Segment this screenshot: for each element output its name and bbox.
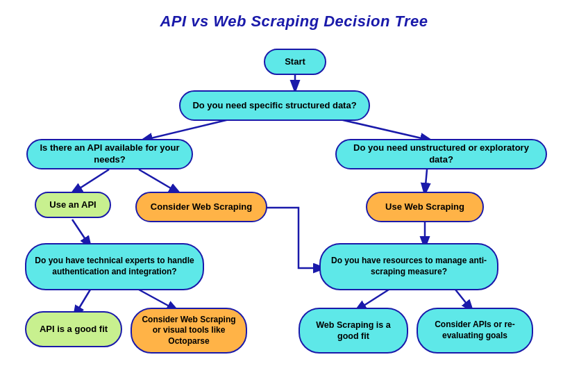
svg-line-4 bbox=[139, 169, 179, 193]
node-consider-tools: Consider Web Scraping or visual tools li… bbox=[131, 308, 247, 354]
node-q1: Do you need specific structured data? bbox=[179, 90, 370, 121]
node-q3: Do you need unstructured or exploratory … bbox=[335, 139, 547, 169]
node-use-api: Use an API bbox=[35, 192, 111, 218]
diagram-container: API vs Web Scraping Decision Tree bbox=[0, 0, 588, 382]
node-api-good: API is a good fit bbox=[25, 311, 122, 347]
node-q4: Do you have technical experts to handle … bbox=[25, 243, 204, 290]
svg-line-2 bbox=[340, 119, 430, 140]
svg-line-3 bbox=[72, 169, 109, 193]
svg-line-5 bbox=[425, 169, 427, 193]
page-title: API vs Web Scraping Decision Tree bbox=[0, 0, 588, 31]
node-start: Start bbox=[264, 49, 326, 75]
node-q5: Do you have resources to manage anti-scr… bbox=[319, 243, 498, 290]
node-ws-good: Web Scraping is a good fit bbox=[299, 308, 408, 354]
node-consider-apis: Consider APIs or re-evaluating goals bbox=[417, 308, 533, 354]
node-q2: Is there an API available for your needs… bbox=[26, 139, 193, 169]
node-consider-ws: Consider Web Scraping bbox=[135, 192, 267, 222]
svg-line-1 bbox=[142, 119, 229, 140]
node-use-ws: Use Web Scraping bbox=[366, 192, 484, 222]
